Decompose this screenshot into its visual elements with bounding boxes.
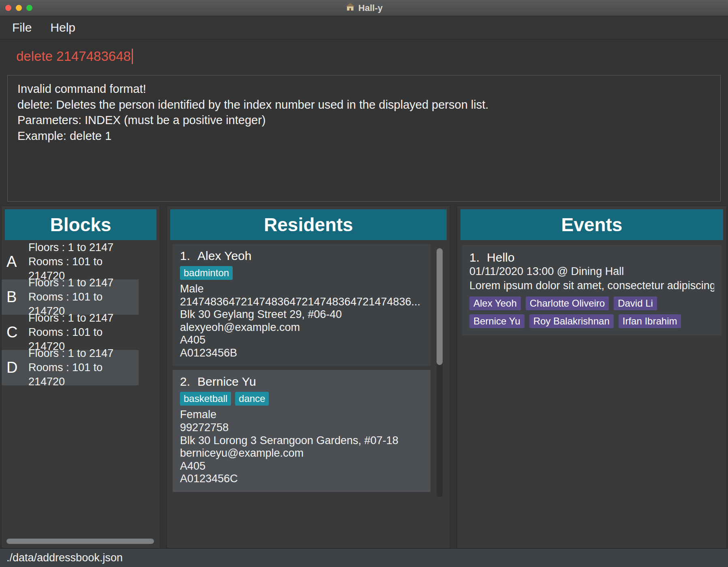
blocks-title: Blocks: [50, 214, 111, 236]
block-letter: A: [6, 253, 28, 271]
window-title-group: Hall-y: [0, 0, 728, 16]
block-rooms: Rooms : 101 to 214720: [28, 361, 103, 388]
block-row-c[interactable]: C Floors : 1 to 2147 Rooms : 101 to 2147…: [2, 315, 139, 350]
events-header: Events: [460, 209, 723, 240]
event-attendees: Alex Yeoh Charlotte Oliveiro David Li Be…: [469, 296, 714, 328]
resident-title-row: 1. Alex Yeoh: [180, 249, 423, 263]
residents-list: 1. Alex Yeoh badminton Male 214748364721…: [173, 244, 430, 493]
resident-index: 1.: [180, 249, 190, 263]
resident-card[interactable]: 2. Bernice Yu basketball dance Female 99…: [173, 370, 430, 492]
resident-card[interactable]: 1. Alex Yeoh badminton Male 214748364721…: [173, 244, 430, 366]
blocks-horizontal-scrollbar[interactable]: [6, 539, 154, 544]
residents-title: Residents: [264, 214, 353, 236]
attendee-tag: Alex Yeoh: [469, 296, 521, 310]
resident-tags: basketball dance: [180, 392, 423, 406]
event-description: Lorem ipsum dolor sit amet, consectetur …: [469, 279, 714, 293]
main-content: Blocks A Floors : 1 to 2147 Rooms : 101 …: [0, 206, 728, 548]
block-row-b[interactable]: B Floors : 1 to 2147 Rooms : 101 to 2147…: [2, 279, 139, 315]
block-letter: B: [6, 288, 28, 306]
attendee-tag: Irfan Ibrahim: [619, 314, 681, 328]
result-line: delete: Deletes the person identified by…: [17, 97, 711, 113]
resident-index: 2.: [180, 375, 190, 389]
block-floors: Floors : 1 to 2147: [28, 241, 113, 253]
block-row-d[interactable]: D Floors : 1 to 2147 Rooms : 101 to 2147…: [2, 350, 139, 385]
block-floors: Floors : 1 to 2147: [28, 277, 113, 289]
event-card[interactable]: 1. Hello 01/11/2020 13:00 @ Dining Hall …: [462, 245, 722, 335]
resident-title-row: 2. Bernice Yu: [180, 375, 423, 389]
text-caret: [132, 49, 133, 64]
minimize-button[interactable]: [16, 5, 22, 11]
resident-name: Alex Yeoh: [197, 249, 251, 263]
zoom-button[interactable]: [26, 5, 32, 11]
resident-gender: Male: [180, 283, 423, 296]
result-display: Invalid command format! delete: Deletes …: [7, 75, 721, 202]
event-datetime: 01/11/2020 13:00 @ Dining Hall: [469, 264, 714, 279]
app-window: Hall-y File Help delete 2147483648 Inval…: [0, 0, 728, 548]
resident-phone: 99272758: [180, 421, 423, 434]
house-icon: [345, 2, 355, 13]
resident-name: Bernice Yu: [197, 375, 256, 389]
result-line: Parameters: INDEX (must be a positive in…: [17, 112, 711, 128]
residents-panel: Residents 1. Alex Yeoh badminton Male 21…: [167, 206, 450, 548]
resident-room: A405: [180, 460, 423, 473]
resident-matric: A0123456B: [180, 347, 423, 360]
close-button[interactable]: [5, 5, 11, 11]
resident-phone: 21474836472147483647214748364721474836..…: [180, 296, 423, 309]
menu-bar: File Help: [0, 16, 728, 39]
block-floors: Floors : 1 to 2147: [28, 347, 113, 359]
hobby-tag: dance: [235, 392, 269, 406]
blocks-list: A Floors : 1 to 2147 Rooms : 101 to 2147…: [2, 244, 160, 385]
blocks-header: Blocks: [5, 209, 156, 240]
event-index: 1.: [469, 251, 480, 264]
block-row-a[interactable]: A Floors : 1 to 2147 Rooms : 101 to 2147…: [2, 244, 139, 279]
result-line: Invalid command format!: [17, 81, 711, 97]
block-letter: D: [6, 359, 28, 376]
status-bar: ./data/addressbook.json: [0, 548, 728, 567]
resident-address: Blk 30 Lorong 3 Serangoon Gardens, #07-1…: [180, 434, 423, 447]
hobby-tag: badminton: [180, 266, 233, 280]
block-details: Floors : 1 to 2147 Rooms : 101 to 214720: [28, 346, 139, 389]
window-title: Hall-y: [358, 3, 383, 13]
blocks-panel: Blocks A Floors : 1 to 2147 Rooms : 101 …: [1, 206, 160, 548]
attendee-tag: Charlotte Oliveiro: [526, 296, 609, 310]
attendee-tag: Roy Balakrishnan: [529, 314, 614, 328]
block-letter: C: [6, 324, 28, 341]
result-line: Example: delete 1: [17, 128, 711, 144]
attendee-tag: Bernice Yu: [469, 314, 525, 328]
resident-email: alexyeoh@example.com: [180, 321, 423, 334]
residents-header: Residents: [170, 209, 447, 240]
attendee-tag: David Li: [614, 296, 657, 310]
events-panel: Events 1. Hello 01/11/2020 13:00 @ Dinin…: [457, 206, 727, 548]
command-text: delete 2147483648: [16, 49, 131, 64]
resident-room: A405: [180, 334, 423, 347]
events-title: Events: [561, 214, 623, 236]
menu-file[interactable]: File: [12, 21, 32, 34]
event-title-row: 1. Hello: [469, 251, 714, 264]
block-floors: Floors : 1 to 2147: [28, 312, 113, 324]
event-name: Hello: [487, 251, 514, 264]
resident-tags: badminton: [180, 266, 423, 280]
resident-email: berniceyu@example.com: [180, 447, 423, 460]
scrollbar-thumb[interactable]: [437, 248, 443, 365]
menu-help[interactable]: Help: [50, 21, 75, 34]
title-bar: Hall-y: [0, 0, 728, 16]
resident-matric: A0123456C: [180, 472, 423, 485]
hobby-tag: basketball: [180, 392, 231, 406]
scrollbar-thumb[interactable]: [6, 539, 154, 544]
resident-gender: Female: [180, 408, 423, 421]
data-file-path: ./data/addressbook.json: [6, 552, 123, 564]
resident-address: Blk 30 Geylang Street 29, #06-40: [180, 308, 423, 321]
command-input[interactable]: delete 2147483648: [0, 39, 728, 73]
residents-vertical-scrollbar[interactable]: [437, 248, 443, 497]
window-controls: [5, 5, 32, 11]
